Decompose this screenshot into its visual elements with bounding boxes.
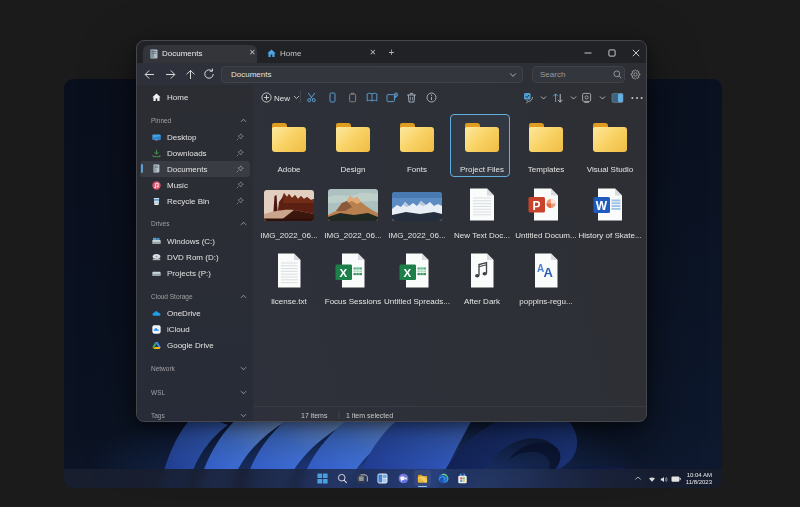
svg-text:P: P bbox=[533, 199, 541, 213]
svg-text:A: A bbox=[544, 265, 554, 280]
svg-text:X: X bbox=[404, 267, 412, 279]
svg-text:New: New bbox=[274, 94, 290, 103]
svg-text:X: X bbox=[340, 267, 348, 279]
svg-text:W: W bbox=[596, 199, 608, 213]
